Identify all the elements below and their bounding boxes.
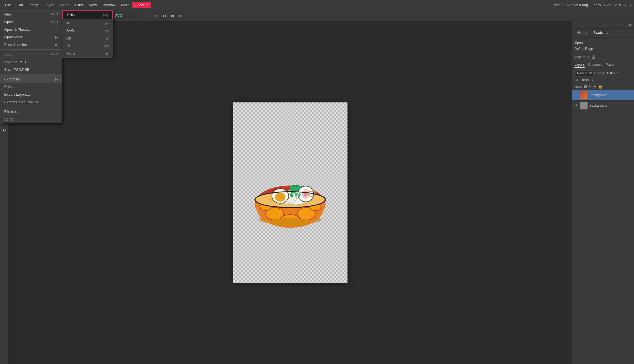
layers-tabs: Layers Channels Paths	[574, 62, 614, 68]
social-icon-1[interactable]: ●	[624, 3, 626, 7]
file-menu-sep-3	[0, 107, 62, 107]
fill-row: Fill: 100% ▼	[572, 77, 634, 83]
menu-api[interactable]: API	[615, 3, 621, 7]
file-save-label: Save	[4, 52, 13, 56]
menu-edit[interactable]: Edit	[14, 2, 26, 8]
export-png-ext: .png	[102, 13, 108, 17]
image-icon[interactable]: 🖼	[591, 55, 595, 60]
canvas-area	[8, 21, 572, 364]
svg-point-18	[275, 193, 285, 202]
tab-layers[interactable]: Layers	[574, 62, 585, 68]
social-icon-2[interactable]: ●	[630, 3, 632, 7]
menu-learn[interactable]: Learn	[591, 3, 601, 7]
file-export-layers-label: Export Layers...	[4, 92, 30, 97]
tab-swatches[interactable]: Swatches	[591, 30, 610, 36]
opacity-value: 100%	[607, 71, 615, 75]
file-save-psdb[interactable]: Save PSD/PSB...	[0, 66, 62, 73]
file-open-place-label: Open & Place...	[4, 27, 30, 32]
layer-eye-0[interactable]: 👁	[574, 93, 578, 97]
right-panel-icons: ⊞ ⇄	[572, 21, 634, 28]
tool-sep-5	[2, 124, 7, 124]
fill-value: 100%	[581, 78, 589, 82]
menu-account[interactable]: Account	[132, 2, 151, 8]
lock-icon-lock[interactable]: 🔒	[598, 84, 603, 89]
layer-thumb-1	[580, 102, 588, 109]
tool-mask[interactable]: ◐	[1, 127, 7, 133]
file-export-as[interactable]: Export as ▶	[0, 75, 62, 83]
canvas-document	[233, 102, 347, 283]
export-svg[interactable]: SVG .svg	[62, 27, 113, 34]
file-print-label: Print...	[4, 85, 15, 89]
file-export-color-lookup[interactable]: Export Color Lookup...	[0, 98, 62, 106]
export-svg-label: SVG	[115, 14, 122, 18]
toolbar-align-left[interactable]: ⊡	[130, 13, 136, 18]
pen-icon[interactable]: ✎	[583, 55, 586, 60]
menu-filter[interactable]: Filter	[72, 2, 86, 8]
svg-point-21	[272, 200, 274, 201]
tab-channels[interactable]: Channels	[588, 62, 602, 68]
toolbar-distribute[interactable]: ⊟	[154, 13, 160, 18]
file-publish-online[interactable]: Publish online ▶	[0, 41, 62, 49]
menu-layer[interactable]: Layer	[42, 2, 57, 8]
file-open[interactable]: Open... ⌘+O	[0, 18, 62, 26]
panel-icon-arrows[interactable]: ⇄	[628, 23, 632, 27]
blend-mode-select[interactable]: Normal	[574, 70, 593, 76]
tab-paths[interactable]: Paths	[606, 62, 615, 68]
menu-view[interactable]: View	[86, 2, 100, 8]
menu-select[interactable]: Select	[56, 2, 72, 8]
text-icon[interactable]: ¶	[588, 55, 590, 60]
export-pdf[interactable]: PDF .pdf	[62, 42, 113, 50]
publish-online-arrow: ▶	[55, 43, 58, 47]
fill-arrow: ▼	[591, 79, 594, 82]
toolbar-align-bottom[interactable]: ⊡	[177, 13, 183, 18]
export-png[interactable]: PNG .png	[62, 10, 113, 19]
btn-open[interactable]: Open	[574, 40, 632, 46]
file-open-place[interactable]: Open & Place...	[0, 26, 62, 33]
toolbar-align-top[interactable]: ⊡	[161, 13, 168, 18]
file-menu: New... ⌘+N Open... ⌘+O Open & Place... O…	[0, 10, 62, 123]
lock-icon-checkerboard[interactable]: ▦	[583, 84, 587, 89]
fill-label: Fill:	[574, 78, 579, 82]
file-save-psd[interactable]: Save as PSD	[0, 58, 62, 66]
ramen-illustration	[246, 145, 334, 232]
menu-image[interactable]: Image	[26, 2, 41, 8]
toolbar-align-center-h[interactable]: ⊞	[138, 13, 144, 18]
toolbar-align-middle-v[interactable]: ⊞	[169, 13, 176, 18]
file-new-label: New...	[4, 12, 14, 16]
toolbar-align-right[interactable]: ⊡	[146, 13, 152, 18]
menu-report-bug[interactable]: Report a bug	[567, 3, 588, 7]
export-gif[interactable]: GIF .gif	[62, 34, 113, 42]
file-menu-sep-2	[0, 74, 62, 74]
file-info[interactable]: File Info...	[0, 108, 62, 115]
opacity-label: Opacity:	[594, 71, 605, 75]
menu-more[interactable]: More	[118, 2, 132, 8]
panel-icon-adjust[interactable]: ⊞	[623, 23, 627, 27]
export-jpg-label: JPG	[66, 21, 73, 25]
export-more[interactable]: More ▶	[62, 50, 113, 57]
export-more-label: More	[66, 51, 75, 56]
menu-file[interactable]: File	[2, 2, 14, 8]
layer-item-0[interactable]: 👁 Background	[572, 90, 634, 100]
history-actions: Open Refine Edge	[572, 38, 634, 54]
toolbar-sep-4	[127, 13, 127, 19]
tab-history[interactable]: History	[574, 30, 589, 36]
lock-icon-move[interactable]: ✛	[593, 84, 596, 89]
file-open-more[interactable]: Open More ▶	[0, 33, 62, 41]
css-icon[interactable]: CSS	[574, 56, 581, 59]
lock-icon-brush[interactable]: ✎	[589, 84, 592, 89]
file-export-layers[interactable]: Export Layers...	[0, 91, 62, 98]
file-open-more-label: Open More	[4, 35, 23, 39]
menu-about[interactable]: About	[554, 3, 563, 7]
btn-refine-edge[interactable]: Refine Edge	[574, 46, 632, 52]
file-print[interactable]: Print...	[0, 83, 62, 91]
export-png-label: PNG	[67, 13, 75, 17]
menu-blog[interactable]: Blog	[604, 3, 612, 7]
layer-thumb-0	[580, 91, 588, 99]
layer-eye-1[interactable]: 👁	[574, 104, 578, 108]
file-new[interactable]: New... ⌘+N	[0, 10, 62, 18]
file-script[interactable]: Script	[0, 115, 62, 123]
menu-window[interactable]: Window	[100, 2, 118, 8]
svg-point-20	[269, 198, 272, 200]
layer-item-1[interactable]: 👁 Background	[572, 100, 634, 111]
export-jpg[interactable]: JPG .jpg	[62, 19, 113, 27]
